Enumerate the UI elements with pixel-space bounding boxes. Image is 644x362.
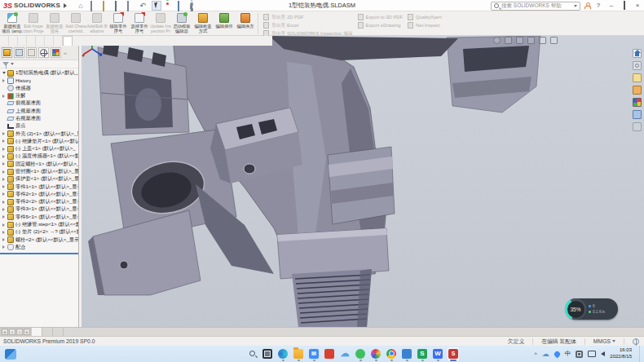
tree-item[interactable]: 固定螺栓<1> (默认<<默认>_显示 [0,161,78,168]
tree-item[interactable]: 密封圈<1> (默认<<默认>_显示状 [0,168,78,175]
tree-item[interactable]: 1型铠装热电偶 (默认<默认_显示状态-1 [0,69,78,77]
zoom-to-area-icon[interactable] [505,37,512,44]
tree-item[interactable]: 外壳 (2)<1> (默认<<默认>_显示状 [0,130,78,137]
ime-language-button[interactable]: 中 [565,350,571,358]
tree-item[interactable]: 零件5<1> (默认<<默认>_显示状 [0,214,78,221]
file-explorer-pane-icon[interactable] [633,73,642,82]
wps-s-button[interactable]: S [417,347,428,361]
tab-scroll-next-icon[interactable]: › [16,329,23,335]
hidden-icons-chevron[interactable]: ^ [535,351,537,357]
document-tab[interactable] [32,328,42,336]
search-dropdown-icon[interactable] [574,5,577,7]
search-button[interactable] [246,347,258,361]
document-tab[interactable] [53,328,64,336]
home-icon[interactable]: ⌂ [78,2,86,10]
tree-item[interactable]: (-) 绝缘管.step<1> (默认<<默认> [0,221,78,228]
edge-button[interactable] [277,347,289,361]
dimxpertmanager-tab[interactable] [38,47,49,58]
app-green-button[interactable] [355,347,366,361]
tree-item[interactable]: (-) 垫片 (2)<2> →? (默认<<默认> [0,228,78,236]
ribbon-button[interactable]: 编辑检查方式 [192,12,214,34]
tree-split-divider[interactable] [0,253,78,254]
custom-properties-icon[interactable] [633,110,642,119]
tab-scroll-first-icon[interactable]: « [2,329,8,335]
ribbon-button[interactable]: 编辑操作 [214,12,235,34]
ribbon-tab[interactable] [54,36,63,46]
tree-item[interactable]: 螺栓<2> (默认<<默认>_显示状态 [0,236,78,244]
section-view-icon[interactable] [516,37,523,44]
ribbon-button[interactable]: 移除零件序号 [108,12,129,34]
tree-item[interactable]: (-) 绝缘垫片<1> (默认<<默认>_显 [0,138,78,145]
ribbon-tab[interactable] [36,36,45,46]
login-user-icon[interactable] [584,2,590,9]
ribbon-button[interactable]: Add Characteristic [65,12,86,34]
select-tool-button[interactable] [152,1,161,11]
ribbon-tab[interactable] [0,36,9,46]
close-button[interactable]: × [633,1,642,11]
ribbon-button[interactable]: Update Inspection Project [150,12,171,34]
app-blue-monitor-button[interactable] [401,347,412,361]
ribbon-button[interactable]: 编辑供方 [235,12,256,34]
propertymanager-tab[interactable] [14,47,24,58]
tree-item[interactable]: (-) 上盖<1> (默认<<默认>_ [0,145,78,152]
quick-tips-globe-icon[interactable] [633,338,639,345]
tree-item[interactable]: 传感器 [0,85,78,92]
export-command[interactable]: 导出至 2D PDF [263,14,353,20]
tab-scroll-prev-icon[interactable]: ‹ [9,329,15,335]
design-library-icon[interactable] [633,61,642,70]
export-command[interactable]: 导出至 Excel [263,22,353,29]
export-command[interactable]: Net-Inspect [408,22,442,29]
3d-model-thermocouple-assembly[interactable] [82,36,644,327]
microsoft-store-button[interactable] [324,347,335,361]
tree-item[interactable]: 右视基准面 [0,115,78,122]
zoom-to-fit-icon[interactable] [493,37,501,44]
tree-item[interactable]: 零件1<1> (默认<<默认>_显示状态 [0,183,78,190]
hide-show-items-icon[interactable] [550,37,558,44]
solidworks-logo[interactable]: 3S SOLIDWORKS [0,0,70,11]
export-command[interactable]: QualityXpert [408,14,442,20]
widgets-button[interactable] [5,349,16,360]
wps-w-button[interactable]: W [432,347,443,361]
location-tray-icon[interactable] [553,350,561,358]
view-orientation-icon[interactable] [527,37,535,44]
tree-item[interactable]: 零件2<2> (默认<<默认>_显示状态 [0,198,78,205]
ribbon-tab[interactable] [63,36,73,46]
units-selector[interactable]: MMGS [593,338,615,344]
tree-item[interactable]: 零件2<1> (默认<<默认>_显示状态 [0,191,78,198]
color-wheel-app-button[interactable] [370,347,382,361]
solidworks-button[interactable]: S [448,347,459,361]
minimize-button[interactable]: – [607,1,616,11]
display-style-icon[interactable] [539,37,546,44]
filter-dropdown-icon[interactable] [11,63,14,65]
ribbon-button[interactable]: Add/Edit Balloons [86,12,108,34]
export-command[interactable]: Export to 3D PDF [358,14,403,20]
ribbon-button[interactable]: 选择零件序号 [129,12,150,34]
file-explorer-button[interactable] [293,347,304,361]
show-desktop-button[interactable] [639,346,641,362]
chrome-button[interactable] [386,347,397,361]
tree-item[interactable]: 注解 [0,92,78,99]
ribbon-button[interactable]: 启动模板编辑器 [171,12,192,34]
view-palette-icon[interactable] [633,86,642,95]
tree-item[interactable]: 上视基准面 [0,107,78,114]
tree-item[interactable]: 配合 [0,244,78,251]
ribbon-tab[interactable] [45,36,54,46]
appearances-scenes-icon[interactable] [633,98,642,107]
configurationmanager-tab[interactable] [26,47,37,58]
ribbon-tab[interactable] [9,36,18,46]
onedrive-cloud-button[interactable]: ☁ [339,347,351,361]
mail-button[interactable]: ✉ [308,347,320,361]
start-button[interactable] [231,347,242,361]
tree-item[interactable]: 保护套<1> (默认<<默认>_显示状 [0,175,78,183]
tab-overflow-arrows[interactable]: ‹› [64,51,67,55]
graphics-viewport[interactable]: 35% 6 0.1 K/s [82,36,644,327]
onedrive-tray-icon[interactable]: ☁ [542,350,549,358]
ime-mode-icon[interactable] [576,351,583,358]
ribbon-tab[interactable] [18,36,27,46]
volume-icon[interactable] [601,351,605,356]
tree-item[interactable]: 零件3<1> (默认<<默认>_显示状态 [0,205,78,213]
taskbar-clock[interactable]: 16:03 2022/8/15 [610,347,632,360]
featuremanager-tree-tab[interactable] [2,47,12,58]
document-tab[interactable] [42,328,53,336]
menu-flyout-arrow-icon[interactable] [64,3,67,8]
